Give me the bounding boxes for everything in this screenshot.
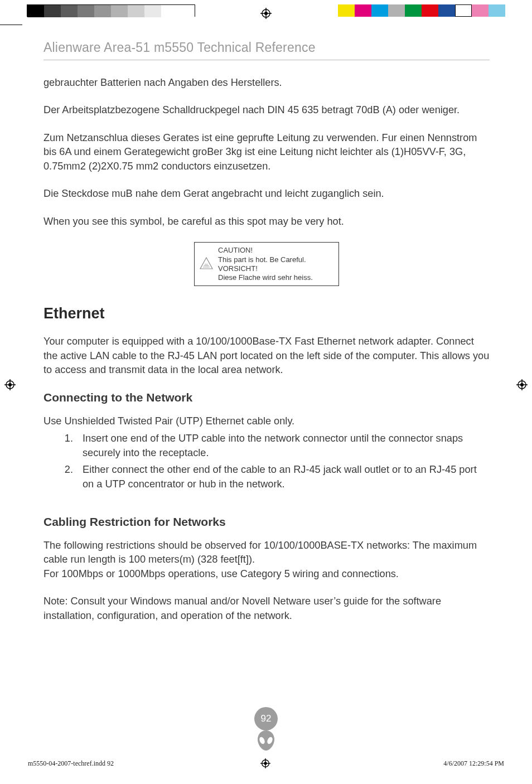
swatch bbox=[355, 4, 371, 17]
swatch bbox=[422, 4, 438, 17]
swatch bbox=[78, 5, 94, 17]
swatch bbox=[61, 5, 78, 17]
list-item: Either connect the other end of the cabl… bbox=[76, 463, 490, 492]
body-paragraph: For 100Mbps or 1000Mbps operations, use … bbox=[43, 567, 490, 581]
swatch bbox=[388, 4, 405, 17]
swatch bbox=[111, 5, 128, 17]
registration-mark-icon bbox=[260, 758, 272, 770]
swatch bbox=[44, 5, 61, 17]
swatch bbox=[27, 5, 44, 17]
swatch bbox=[144, 5, 161, 17]
swatch bbox=[455, 4, 472, 17]
swatch bbox=[438, 4, 455, 17]
warning-triangle-icon bbox=[199, 257, 214, 272]
page-number: 92 bbox=[254, 707, 278, 730]
swatch bbox=[489, 4, 505, 17]
body-paragraph: When you see this symbol, be careful as … bbox=[43, 215, 490, 229]
footer-timestamp: 4/6/2007 12:29:54 PM bbox=[443, 759, 504, 768]
swatch bbox=[405, 4, 422, 17]
section-heading-ethernet: Ethernet bbox=[43, 305, 490, 322]
swatch bbox=[472, 4, 489, 17]
print-footer: m5550-04-2007-techref.indd 92 4/6/2007 1… bbox=[28, 759, 504, 768]
color-swatches bbox=[338, 4, 505, 17]
registration-mark-icon bbox=[516, 379, 528, 390]
footer-filename: m5550-04-2007-techref.indd 92 bbox=[28, 759, 114, 768]
body-paragraph: gebrauchter Batterien nach Angaben des H… bbox=[43, 76, 490, 90]
body-paragraph: Zum Netzanschlua dieses Gerates ist eine… bbox=[43, 131, 490, 173]
svg-point-21 bbox=[264, 762, 267, 764]
crop-mark bbox=[0, 25, 22, 25]
caution-callout: CAUTION! This part is hot. Be Careful. V… bbox=[194, 242, 339, 286]
body-paragraph: Die Steckdose muB nahe dem Gerat angebra… bbox=[43, 187, 490, 201]
steps-list: Insert one end of the UTP cable into the… bbox=[76, 432, 490, 491]
swatch bbox=[94, 5, 111, 17]
caution-line: VORSICHT! bbox=[218, 264, 313, 273]
page-title: Alienware Area-51 m5550 Technical Refere… bbox=[43, 40, 490, 60]
swatch bbox=[128, 5, 144, 17]
caution-line: Diese Flache wird sehr heiss. bbox=[218, 273, 313, 282]
swatch bbox=[371, 4, 388, 17]
body-paragraph: Use Unshielded Twisted Pair (UTP) Ethern… bbox=[43, 414, 490, 428]
swatch bbox=[178, 5, 195, 17]
print-calibration-bars bbox=[0, 4, 532, 21]
body-paragraph: Your computer is equipped with a 10/100/… bbox=[43, 335, 490, 377]
swatch bbox=[338, 4, 355, 17]
body-paragraph: Der Arbeitsplatzbezogene Schalldruckpege… bbox=[43, 103, 490, 117]
alienware-logo-icon bbox=[254, 729, 278, 754]
svg-point-3 bbox=[264, 12, 268, 15]
registration-mark-icon bbox=[260, 8, 272, 19]
grayscale-swatches bbox=[27, 4, 195, 17]
body-paragraph: The following restrictions should be obs… bbox=[43, 539, 490, 567]
svg-point-11 bbox=[520, 383, 524, 386]
page-number-badge: 92 bbox=[254, 707, 278, 754]
caution-line: This part is hot. Be Careful. bbox=[218, 255, 313, 264]
note-paragraph: Note: Consult your Windows manual and/or… bbox=[43, 594, 490, 623]
registration-mark-icon bbox=[4, 379, 16, 390]
caution-line: CAUTION! bbox=[218, 246, 313, 255]
svg-point-7 bbox=[8, 383, 12, 386]
swatch bbox=[161, 5, 178, 17]
subheading-cabling: Cabling Restriction for Networks bbox=[43, 515, 490, 529]
list-item: Insert one end of the UTP cable into the… bbox=[76, 432, 490, 461]
subheading-connecting: Connecting to the Network bbox=[43, 391, 490, 404]
